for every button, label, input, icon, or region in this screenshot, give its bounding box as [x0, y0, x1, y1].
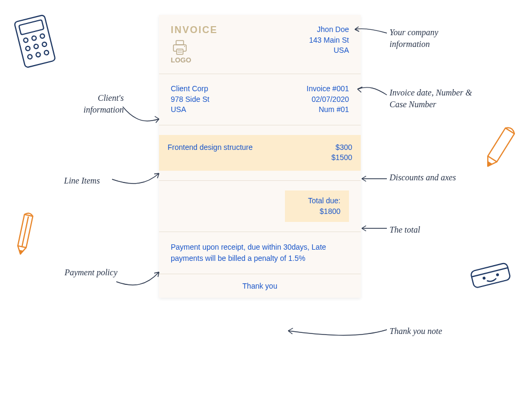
- invoice-meta: Invoice #001 02/07/2020 Num #01: [307, 84, 349, 115]
- total-label: Total due:: [293, 196, 340, 206]
- payment-policy: Payment upon receipt, due within 30days,…: [171, 242, 349, 264]
- svg-point-12: [34, 44, 39, 49]
- invoice-number: Invoice #001: [307, 84, 349, 94]
- invoice-header: INVOICE LOGO Jhon Doe 143 Main St USA: [159, 15, 361, 74]
- svg-point-5: [184, 46, 185, 47]
- svg-rect-6: [14, 15, 56, 68]
- client-meta-section: Client Corp 978 Side St USA Invoice #001…: [159, 74, 361, 125]
- thank-you: Thank you: [159, 274, 361, 298]
- line-item-description: Frontend design structure: [168, 142, 253, 163]
- annotation-invoice-meta: Invoice date, Number & Case Number: [390, 87, 486, 110]
- line-item-amount: $300: [331, 142, 352, 153]
- client-info: Client Corp 978 Side St USA: [171, 84, 209, 115]
- total-value: $1800: [293, 206, 340, 217]
- svg-point-20: [483, 277, 485, 279]
- client-country: USA: [171, 105, 209, 115]
- client-street: 978 Side St: [171, 94, 209, 105]
- company-country: USA: [309, 45, 349, 56]
- svg-point-8: [23, 38, 28, 43]
- svg-point-11: [25, 46, 30, 51]
- svg-point-9: [31, 36, 37, 41]
- line-item: Frontend design structure $300 $1500: [159, 135, 361, 171]
- logo-label: LOGO: [171, 56, 218, 64]
- annotation-discounts: Discounts and axes: [390, 172, 464, 184]
- company-name: Jhon Doe: [309, 25, 349, 35]
- line-items-section: Frontend design structure $300 $1500: [159, 125, 361, 181]
- svg-point-13: [42, 42, 47, 47]
- svg-point-16: [44, 50, 49, 55]
- invoice-date: 02/07/2020: [307, 94, 349, 105]
- svg-point-21: [496, 274, 498, 276]
- annotation-line-items: Line Items: [64, 175, 100, 187]
- invoice-case: Num #01: [307, 105, 349, 115]
- invoice-card: INVOICE LOGO Jhon Doe 143 Main St USA Cl…: [159, 15, 361, 298]
- total-box: Total due: $1800: [285, 190, 349, 222]
- annotation-payment-policy: Payment policy: [59, 267, 117, 278]
- svg-line-19: [472, 268, 508, 277]
- line-item-amounts: $300 $1500: [331, 142, 352, 163]
- total-section: Total due: $1800: [159, 181, 361, 232]
- annotation-thank-you: Thank you note: [390, 325, 442, 337]
- printer-icon: [171, 40, 218, 56]
- annotation-total: The total: [390, 224, 420, 236]
- svg-rect-2: [177, 49, 183, 54]
- calculator-icon: [13, 13, 59, 74]
- svg-point-14: [27, 54, 33, 60]
- svg-point-10: [40, 34, 45, 39]
- invoice-title: INVOICE: [171, 25, 218, 36]
- company-info: Jhon Doe 143 Main St USA: [309, 25, 349, 56]
- pencil-icon: [486, 117, 515, 178]
- svg-rect-0: [176, 41, 184, 45]
- svg-point-15: [36, 52, 41, 58]
- company-street: 143 Main St: [309, 35, 349, 46]
- line-item-amount: $1500: [331, 153, 352, 163]
- payment-policy-section: Payment upon receipt, due within 30days,…: [159, 232, 361, 274]
- client-name: Client Corp: [171, 84, 209, 94]
- annotation-company-info: Your company information: [390, 27, 480, 50]
- invoice-brand: INVOICE LOGO: [171, 25, 218, 64]
- annotation-client-info: Client's information: [60, 92, 124, 115]
- eraser-icon: [464, 256, 518, 296]
- pencil-icon: [13, 205, 37, 261]
- svg-rect-7: [19, 20, 44, 35]
